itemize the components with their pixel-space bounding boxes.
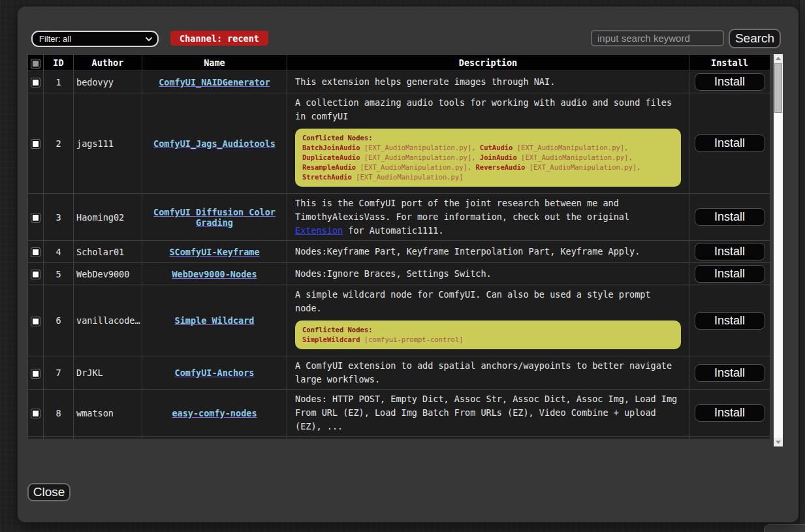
cell-description: A simple wildcard node for ComfyUI. Can … (287, 285, 689, 356)
install-button[interactable]: Install (695, 364, 765, 382)
install-button[interactable]: Install (695, 243, 765, 260)
extensions-table-container: ID Author Name Description Install 1bedo… (27, 54, 773, 439)
row-select-cell (28, 93, 44, 194)
cell-name: WebDev9000-Nodes (142, 263, 287, 285)
cell-install: Install (689, 93, 770, 194)
row-select-cell (28, 263, 44, 285)
row-select-cell (28, 390, 44, 437)
conflicted-nodes-warning: Conflicted Nodes:BatchJoinAudio [EXT_Aud… (295, 129, 681, 187)
cell-description: A ComfyUI extension to add spatial ancho… (287, 356, 689, 390)
cell-name: ComfyUI_Jags_Audiotools (142, 93, 287, 194)
cell-install: Install (689, 356, 770, 390)
row-checkbox[interactable] (31, 270, 40, 279)
row-select-cell (28, 356, 44, 390)
description-text: This is the ComfyUI port of the joint re… (295, 198, 629, 222)
table-row: 8wmatsoneasy-comfy-nodesNodes: HTTP POST… (28, 390, 770, 437)
table-row: 3Haoming02ComfyUI Diffusion Color Gradin… (28, 194, 770, 241)
cell-id: 3 (44, 194, 74, 241)
header-name: Name (142, 55, 287, 71)
cell-name: Simple Wildcard (142, 285, 287, 356)
filter-dropdown[interactable]: Filter: all (31, 31, 159, 47)
table-row: 9SoftMengComfyUI_Mexx_StylerNodes: Comfy… (28, 437, 770, 439)
cell-id: 4 (44, 241, 74, 263)
extension-name-link[interactable]: easy-comfy-nodes (172, 408, 257, 418)
cell-author: vanillacode… (74, 285, 142, 356)
cell-author: Haoming02 (74, 194, 142, 241)
cell-id: 8 (44, 390, 74, 437)
cell-name: ComfyUI Diffusion Color Grading (142, 194, 287, 241)
table-row: 5WebDev9000WebDev9000-NodesNodes:Ignore … (28, 263, 770, 285)
cell-author: WebDev9000 (74, 263, 142, 285)
cell-description: Nodes:Keyframe Part, Keyframe Interpolat… (287, 241, 689, 263)
occluded-page-edge (799, 0, 805, 532)
cell-name: ComfyUI-Anchors (142, 356, 287, 390)
channel-badge: Channel: recent (170, 31, 268, 46)
header-id: ID (44, 55, 74, 71)
row-checkbox[interactable] (31, 317, 40, 326)
row-select-cell (28, 71, 44, 93)
cell-install: Install (689, 71, 770, 93)
description-text: A ComfyUI extension to add spatial ancho… (295, 360, 672, 384)
cell-description: Nodes:Ignore Braces, Settings Switch. (287, 263, 689, 285)
install-button[interactable]: Install (695, 208, 765, 226)
description-inline-link[interactable]: Extension (295, 225, 343, 236)
cell-description: This is the ComfyUI port of the joint re… (287, 194, 689, 241)
cell-install: Install (689, 241, 770, 263)
cell-name: ComfyUI_Mexx_Styler (142, 437, 287, 439)
header-install: Install (689, 55, 770, 71)
conflicted-nodes-list: BatchJoinAudio [EXT_AudioManipulation.py… (302, 143, 674, 182)
custom-nodes-installer-dialog: Filter: all Channel: recent Search ID Au (18, 7, 798, 522)
row-checkbox[interactable] (31, 369, 40, 378)
cell-name: SComfyUI-Keyframe (142, 241, 287, 263)
scroll-up-icon[interactable] (774, 54, 783, 63)
search-button[interactable]: Search (729, 29, 781, 48)
install-button[interactable]: Install (695, 134, 765, 152)
description-text: This extension helps generate images thr… (295, 76, 555, 87)
row-checkbox[interactable] (31, 248, 40, 257)
install-button[interactable]: Install (695, 265, 765, 283)
scroll-down-icon[interactable] (774, 438, 783, 446)
conflicted-nodes-list: SimpleWildcard [comfyui-prompt-control] (302, 335, 674, 345)
cell-description: Nodes: ComfyUI Mexx Styler, ComfyUI Mexx… (287, 437, 689, 439)
extension-name-link[interactable]: Simple Wildcard (175, 315, 255, 326)
row-checkbox[interactable] (31, 213, 40, 222)
cell-id: 2 (44, 93, 74, 194)
conflicted-nodes-title: Conflicted Nodes: (302, 133, 674, 143)
row-checkbox[interactable] (31, 140, 40, 148)
extension-name-link[interactable]: ComfyUI Diffusion Color Grading (153, 207, 276, 228)
extension-name-link[interactable]: ComfyUI_NAIDGenerator (159, 77, 270, 87)
cell-name: easy-comfy-nodes (142, 390, 287, 437)
select-all-checkbox[interactable] (31, 59, 40, 68)
description-text: A simple wildcard node for ComfyUI. Can … (295, 289, 651, 313)
row-checkbox[interactable] (31, 78, 40, 87)
cell-author: bedovyy (74, 71, 142, 93)
cell-id: 1 (44, 71, 74, 93)
cell-author: Scholar01 (74, 241, 142, 263)
select-all-header-cell (28, 55, 44, 71)
install-button[interactable]: Install (695, 312, 765, 330)
search-input[interactable] (591, 30, 724, 46)
row-checkbox[interactable] (31, 409, 40, 418)
table-scrollbar[interactable] (774, 54, 783, 446)
extension-name-link[interactable]: ComfyUI-Anchors (175, 368, 255, 378)
cell-install: Install (689, 194, 770, 241)
cell-install: Install (689, 437, 770, 439)
description-text: Nodes:Keyframe Part, Keyframe Interpolat… (295, 246, 640, 257)
extension-name-link[interactable]: WebDev9000-Nodes (172, 269, 257, 279)
install-button[interactable]: Install (695, 404, 765, 422)
cell-author: wmatson (74, 390, 142, 437)
extension-name-link[interactable]: ComfyUI_Jags_Audiotools (153, 138, 276, 149)
close-button[interactable]: Close (27, 483, 71, 501)
description-text: Nodes: HTTP POST, Empty Dict, Assoc Str,… (295, 394, 677, 431)
table-header-row: ID Author Name Description Install (28, 55, 770, 71)
row-select-cell (28, 285, 44, 356)
install-button[interactable]: Install (695, 73, 765, 91)
cell-name: ComfyUI_NAIDGenerator (142, 71, 287, 93)
extension-name-link[interactable]: SComfyUI-Keyframe (169, 247, 259, 257)
background-button-peek[interactable] (764, 524, 805, 532)
cell-author: SoftMeng (74, 437, 142, 439)
cell-install: Install (689, 263, 770, 285)
scrollbar-thumb[interactable] (774, 63, 782, 113)
cell-id: 7 (44, 356, 74, 390)
cell-id: 9 (44, 437, 74, 439)
